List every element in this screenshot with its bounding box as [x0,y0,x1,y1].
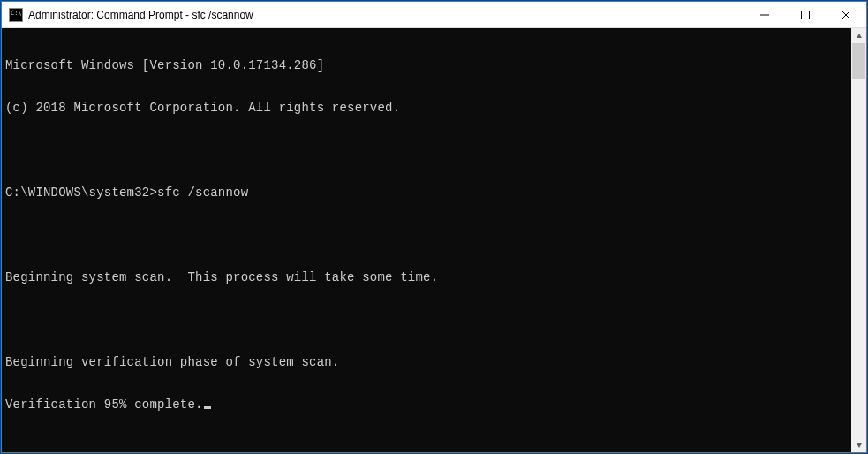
scroll-track[interactable] [851,43,866,437]
window-controls [744,2,866,27]
terminal-line: Beginning verification phase of system s… [5,355,851,369]
terminal-line [5,313,851,327]
client-area: Microsoft Windows [Version 10.0.17134.28… [2,28,866,452]
window-title: Administrator: Command Prompt - sfc /sca… [28,9,744,21]
terminal-line: C:\WINDOWS\system32>sfc /scannow [5,185,851,200]
maximize-button[interactable] [785,2,826,27]
terminal-output[interactable]: Microsoft Windows [Version 10.0.17134.28… [2,28,851,452]
terminal-line [5,143,851,157]
vertical-scrollbar[interactable] [851,28,866,452]
terminal-text: Verification 95% complete. [5,397,203,412]
svg-marker-4 [857,34,862,38]
terminal-line: Verification 95% complete. [5,397,851,412]
svg-marker-5 [857,443,862,448]
command-prompt-window: Administrator: Command Prompt - sfc /sca… [1,1,867,453]
scroll-thumb[interactable] [852,43,865,79]
svg-rect-1 [802,11,810,19]
scroll-down-button[interactable] [851,437,866,452]
scroll-up-button[interactable] [851,28,866,43]
cursor-icon [204,406,211,409]
terminal-line: Microsoft Windows [Version 10.0.17134.28… [5,58,851,72]
minimize-button[interactable] [744,2,785,27]
terminal-line [5,228,851,242]
close-button[interactable] [826,2,866,27]
terminal-line: Beginning system scan. This process will… [5,270,851,284]
terminal-line: (c) 2018 Microsoft Corporation. All righ… [5,101,851,115]
titlebar[interactable]: Administrator: Command Prompt - sfc /sca… [2,2,866,28]
cmd-icon [9,8,23,22]
